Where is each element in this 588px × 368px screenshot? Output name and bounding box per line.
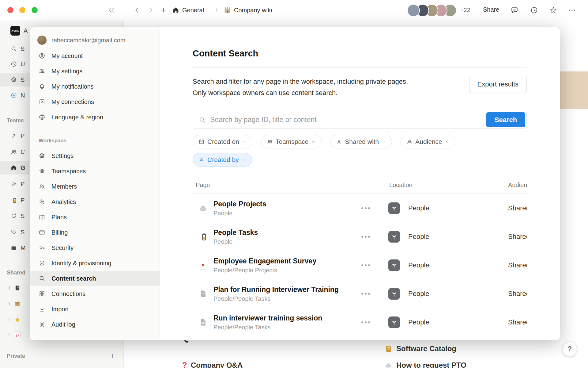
settings-item-my-settings[interactable]: My settings — [30, 63, 160, 79]
forward-button[interactable] — [145, 5, 156, 16]
share-button[interactable]: Share — [483, 6, 499, 13]
person-icon — [336, 139, 342, 145]
teamspace-icon — [388, 288, 400, 300]
settings-item-my-notifications[interactable]: My notifications — [30, 79, 160, 94]
breadcrumb-separator: / — [216, 5, 217, 16]
clock-icon — [10, 61, 17, 67]
window-zoom-button[interactable] — [32, 7, 38, 13]
favorite-star-button[interactable] — [548, 5, 559, 16]
window-close-button[interactable] — [7, 7, 13, 13]
shield-check-icon — [39, 260, 45, 266]
page-title: People Tasks — [213, 228, 258, 237]
settings-item-security[interactable]: Security — [30, 240, 160, 255]
chevron-right-icon[interactable] — [7, 301, 12, 306]
settings-item-billing[interactable]: Billing — [30, 225, 160, 240]
row-menu-button[interactable] — [360, 263, 372, 268]
chevron-right-icon[interactable] — [7, 332, 12, 337]
settings-item-members[interactable]: Members — [30, 179, 160, 194]
page-link-company-qa[interactable]: ? Company Q&A — [182, 360, 243, 368]
settings-item-analytics[interactable]: Analytics — [30, 194, 160, 209]
people-icon — [406, 139, 413, 145]
chevron-down-icon — [445, 140, 450, 144]
updates-clock-button[interactable] — [529, 5, 540, 16]
table-row[interactable]: Run interviewer training session People/… — [193, 308, 527, 336]
chevron-right-icon[interactable] — [7, 286, 12, 290]
row-menu-button[interactable] — [360, 205, 372, 211]
account-avatar — [37, 36, 47, 45]
page-link-how-to-request-pto[interactable]: How to request PTO — [384, 361, 466, 368]
settings-item-plans[interactable]: Plans — [30, 209, 160, 225]
filter-created-on[interactable]: Created on — [193, 135, 252, 148]
more-options-button[interactable] — [567, 5, 578, 16]
divider — [193, 67, 527, 68]
chevron-right-icon[interactable] — [7, 317, 12, 322]
settings-item-content-search[interactable]: Content search — [30, 271, 160, 286]
sliders-icon — [39, 68, 45, 75]
star-icon — [14, 316, 21, 323]
export-results-button[interactable]: Export results — [469, 76, 527, 93]
filter-audience[interactable]: Audience — [401, 135, 455, 148]
page-link-software-catalog[interactable]: Software Catalog — [384, 344, 456, 353]
table-row[interactable]: ♥ Employee Engagement Survey People/Peop… — [193, 251, 527, 279]
heart-icon: ♥ — [198, 261, 208, 270]
plus-circle-icon — [10, 92, 17, 99]
filter-created-by[interactable]: Created by — [193, 153, 252, 167]
table-row[interactable]: Plan for Running Interviewer Training Pe… — [193, 279, 527, 308]
document-icon — [198, 289, 208, 298]
add-private-page-button[interactable]: + — [110, 352, 115, 360]
row-menu-button[interactable] — [360, 234, 372, 240]
sidebar-item-label: U — [21, 61, 25, 68]
location-name: People — [408, 233, 429, 241]
cloud-icon — [198, 204, 208, 213]
filter-shared-with[interactable]: Shared with — [330, 135, 392, 148]
breadcrumb-item-general[interactable]: General — [172, 5, 204, 16]
filter-teamspace[interactable]: Teamspace — [261, 135, 322, 148]
row-menu-button[interactable] — [360, 320, 372, 325]
column-header-page: Page — [193, 182, 380, 189]
avatar-overflow-count[interactable]: +22 — [460, 7, 470, 13]
comments-button[interactable] — [509, 5, 520, 16]
row-menu-button[interactable] — [360, 291, 372, 297]
search-input[interactable] — [193, 111, 527, 129]
audience-value: Shared — [508, 308, 527, 336]
search-button[interactable]: Search — [486, 112, 525, 127]
settings-item-language-region[interactable]: Language & region — [30, 109, 160, 125]
calendar-icon: 17 — [14, 331, 21, 338]
settings-item-connections[interactable]: Connections — [30, 286, 160, 301]
page-title: Run interviewer training session — [213, 313, 322, 323]
settings-item-my-account[interactable]: My account — [30, 48, 160, 63]
box-icon — [14, 301, 21, 307]
settings-item-audit-log[interactable]: Audit log — [30, 317, 160, 332]
help-button[interactable]: ? — [562, 342, 577, 356]
location-name: People — [408, 204, 429, 212]
table-row[interactable]: People Tasks People People Shared — [193, 222, 527, 251]
new-tab-button[interactable] — [158, 5, 169, 16]
table-row[interactable]: People Projects People People Shared — [193, 194, 527, 222]
back-button[interactable] — [131, 5, 142, 16]
question-mark-icon: ? — [182, 360, 187, 368]
divider — [180, 353, 349, 353]
settings-item-identity-provisioning[interactable]: Identity & provisioning — [30, 255, 160, 271]
content-search-panel: Content Search Search and filter for any… — [160, 27, 560, 340]
audience-value: Shared — [508, 279, 527, 308]
building-icon — [39, 168, 45, 174]
home-icon — [10, 164, 17, 171]
settings-item-import[interactable]: Import — [30, 301, 160, 317]
avatar[interactable] — [407, 4, 420, 17]
results-table: Page Location Audience People Projects P… — [193, 177, 527, 336]
chevron-down-icon — [242, 140, 247, 144]
settings-item-settings[interactable]: Settings — [30, 148, 160, 163]
breadcrumb-item-company-wiki[interactable]: Company wiki — [224, 5, 272, 16]
credit-card-icon — [39, 229, 45, 236]
page-path: People/People Tasks — [213, 295, 339, 303]
collapse-sidebar-button[interactable] — [106, 5, 117, 16]
workspace-name-fragment: A — [24, 27, 28, 34]
teamspace-icon — [388, 202, 400, 214]
settings-item-my-connections[interactable]: My connections — [30, 94, 160, 109]
settings-item-teamspaces[interactable]: Teamspaces — [30, 163, 160, 179]
window-minimize-button[interactable] — [19, 7, 25, 13]
page-title: People Projects — [213, 199, 266, 209]
book-icon — [384, 345, 393, 353]
search-box: Search — [193, 111, 527, 129]
globe-icon — [39, 114, 45, 121]
